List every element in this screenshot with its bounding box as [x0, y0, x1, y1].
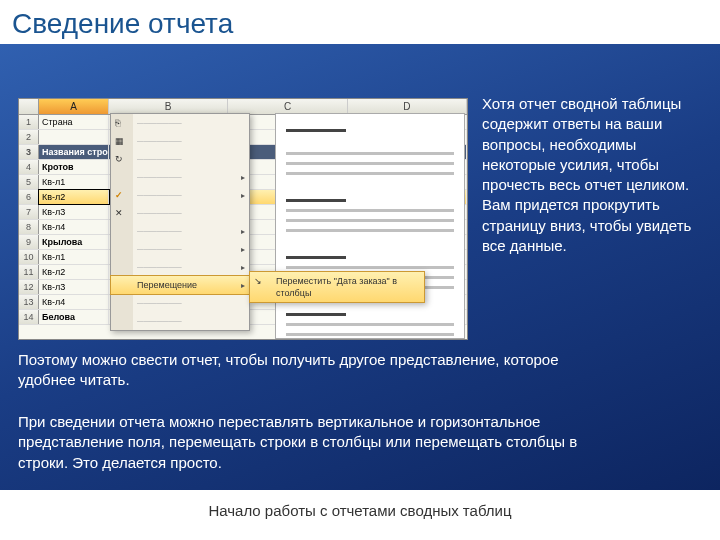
cell — [39, 130, 109, 144]
context-menu-label: ─────── — [137, 316, 182, 326]
cell: Крылова — [39, 235, 109, 249]
col-header-d: D — [348, 99, 467, 114]
row-number: 11 — [19, 265, 39, 279]
copy-icon: ⎘ — [115, 117, 127, 129]
row-number: 7 — [19, 205, 39, 219]
row-number: 8 — [19, 220, 39, 234]
cell: Кв-л2 — [39, 265, 109, 279]
context-menu-item[interactable]: ───────▸ — [111, 258, 249, 276]
context-menu-label: ─────── — [137, 244, 182, 254]
row-number: 12 — [19, 280, 39, 294]
col-header-a: A — [39, 99, 109, 114]
context-menu-label: ─────── — [137, 298, 182, 308]
move-icon: ↘ — [254, 275, 266, 287]
row-number: 9 — [19, 235, 39, 249]
paragraph-right: Хотя отчет сводной таблицы содержит отве… — [482, 94, 705, 256]
slide-footer: Начало работы с отчетами сводных таблиц — [0, 490, 720, 540]
cell: Кв-л1 — [39, 175, 109, 189]
cell: Белова — [39, 310, 109, 324]
col-header-b: B — [109, 99, 228, 114]
chevron-right-icon: ▸ — [241, 172, 245, 184]
chevron-right-icon: ▸ — [241, 190, 245, 202]
context-menu-label: ─────── — [137, 262, 182, 272]
row-number: 5 — [19, 175, 39, 189]
context-menu-item[interactable]: ───────▸ — [111, 222, 249, 240]
row-number: 1 — [19, 115, 39, 129]
context-submenu[interactable]: ↘ Переместить "Дата заказа" в столбцы — [249, 271, 425, 303]
row-number: 14 — [19, 310, 39, 324]
excel-screenshot: A B C D 1Страна23Названия строк ▾4Кротов… — [18, 98, 468, 340]
format-icon: ▦ — [115, 135, 127, 147]
context-menu-item[interactable]: ─────── — [111, 312, 249, 330]
row-number: 6 — [19, 190, 39, 204]
check-icon: ✓ — [115, 189, 127, 201]
cell: Кротов — [39, 160, 109, 174]
cell: Кв-л3 — [39, 205, 109, 219]
context-menu-label: ─────── — [137, 154, 182, 164]
cell: Кв-л1 — [39, 250, 109, 264]
row-number: 3 — [19, 145, 39, 159]
submenu-item-move-to-columns[interactable]: ↘ Переместить "Дата заказа" в столбцы — [249, 271, 425, 303]
context-menu-label: ─────── — [137, 136, 182, 146]
slide-body: A B C D 1Страна23Названия строк ▾4Кротов… — [0, 44, 720, 490]
cell: Страна — [39, 115, 109, 129]
context-menu-label: ─────── — [137, 118, 182, 128]
context-menu-label: ─────── — [137, 208, 182, 218]
context-menu-item[interactable]: ▦─────── — [111, 132, 249, 150]
context-menu-item[interactable]: ───────▸ — [111, 168, 249, 186]
context-menu-item[interactable]: ✕─────── — [111, 204, 249, 222]
context-menu-label: Перемещение — [137, 280, 197, 290]
chevron-right-icon: ▸ — [241, 262, 245, 274]
row-number: 10 — [19, 250, 39, 264]
cell: Кв-л4 — [39, 295, 109, 309]
refresh-icon: ↻ — [115, 153, 127, 165]
context-menu-label: ─────── — [137, 172, 182, 182]
chevron-right-icon: ▸ — [241, 226, 245, 238]
chevron-right-icon: ▸ — [241, 244, 245, 256]
x-icon: ✕ — [115, 207, 127, 219]
cell: Названия строк ▾ — [39, 145, 109, 159]
slide-title: Сведение отчета — [0, 0, 720, 42]
submenu-item-label: Переместить "Дата заказа" в столбцы — [276, 276, 397, 298]
context-menu-item[interactable]: ↻─────── — [111, 150, 249, 168]
document-preview — [275, 113, 465, 339]
context-menu-label: ─────── — [137, 226, 182, 236]
context-menu-item[interactable]: ✓───────▸ — [111, 186, 249, 204]
cell: Кв-л3 — [39, 280, 109, 294]
cell: Кв-л2 — [39, 190, 109, 204]
context-menu-label: ─────── — [137, 190, 182, 200]
context-menu-item[interactable]: Перемещение▸ — [110, 275, 250, 295]
paragraph-body-1: Поэтому можно свести отчет, чтобы получи… — [18, 350, 600, 391]
context-menu-item[interactable]: ─────── — [111, 294, 249, 312]
paragraph-body-2: При сведении отчета можно переставлять в… — [18, 412, 600, 473]
chevron-right-icon: ▸ — [241, 280, 245, 292]
col-header-c: C — [228, 99, 347, 114]
row-number: 2 — [19, 130, 39, 144]
cell: Кв-л4 — [39, 220, 109, 234]
context-menu-item[interactable]: ⎘─────── — [111, 114, 249, 132]
row-number: 13 — [19, 295, 39, 309]
row-number: 4 — [19, 160, 39, 174]
context-menu[interactable]: ⎘───────▦───────↻──────────────▸✓───────… — [110, 113, 250, 331]
context-menu-item[interactable]: ───────▸ — [111, 240, 249, 258]
